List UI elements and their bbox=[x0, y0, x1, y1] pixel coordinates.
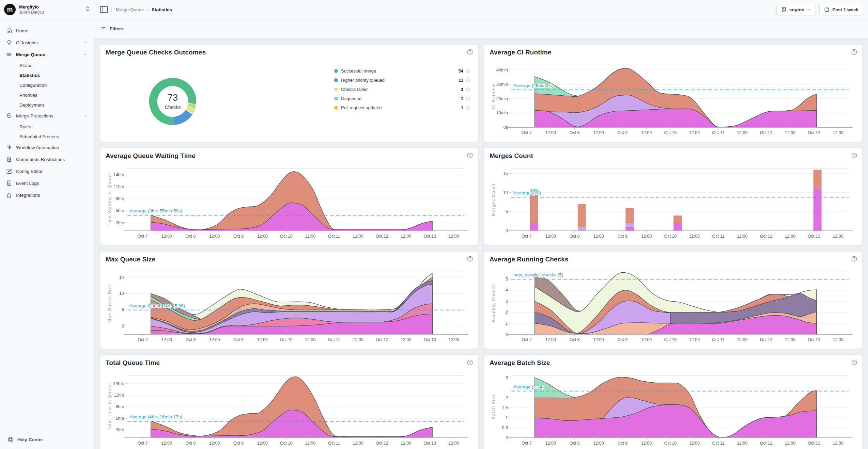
outcomes-donut-chart[interactable]: 73Checks bbox=[147, 76, 198, 127]
breadcrumb-parent[interactable]: Merge Queue bbox=[116, 7, 144, 12]
legend-label: Dequeued bbox=[341, 96, 461, 101]
svg-text:12:00: 12:00 bbox=[161, 234, 172, 239]
sidebar-subitem-status[interactable]: Status bbox=[3, 61, 91, 70]
sidebar-subitem-scheduled-freezes[interactable]: Scheduled Freezes bbox=[3, 132, 91, 141]
org-switcher[interactable]: m Mergifyio Julien Danjou bbox=[0, 0, 94, 19]
help-icon[interactable] bbox=[467, 359, 473, 366]
repository-select-button[interactable]: engine bbox=[776, 4, 816, 15]
svg-text:Batch Size: Batch Size bbox=[491, 394, 496, 419]
info-icon[interactable] bbox=[466, 96, 470, 101]
svg-text:1: 1 bbox=[506, 321, 508, 326]
help-icon[interactable] bbox=[851, 152, 857, 159]
legend-item-dequeued[interactable]: Dequeued1 bbox=[334, 94, 470, 103]
card-title: Average Running Checks bbox=[490, 256, 569, 263]
chevron-up-icon bbox=[83, 113, 88, 118]
sidebar-nav: HomeCI InsightsMerge QueueStatusStatisti… bbox=[0, 19, 94, 200]
svg-text:Checks: Checks bbox=[165, 105, 181, 110]
help-icon[interactable] bbox=[851, 359, 857, 366]
sidebar-subitem-statistics[interactable]: Statistics bbox=[3, 71, 91, 80]
total-queue-time-chart[interactable]: 2hrs5hrs8hrs11hrs14hrsOct 712:00Oct 812:… bbox=[106, 371, 472, 449]
svg-text:Oct 12: Oct 12 bbox=[760, 337, 773, 342]
svg-text:12:00: 12:00 bbox=[353, 441, 363, 446]
sidebar-item-home[interactable]: Home bbox=[3, 26, 91, 36]
legend-item-successful-merge[interactable]: Successful merge54 bbox=[334, 66, 470, 76]
org-name: Mergifyio bbox=[19, 4, 82, 10]
legend-dot bbox=[334, 69, 338, 73]
merges-count-chart[interactable]: 051015Oct 712:00Oct 812:00Oct 912:00Oct … bbox=[490, 164, 857, 242]
sidebar-subitem-rules[interactable]: Rules bbox=[3, 123, 91, 131]
org-user: Julien Danjou bbox=[19, 10, 82, 15]
help-icon[interactable] bbox=[467, 152, 473, 159]
card-merges-count: Merges Count 051015Oct 712:00Oct 812:00O… bbox=[484, 148, 863, 245]
sidebar-item-commands-restrictions[interactable]: Commands Restrictions bbox=[3, 154, 91, 164]
card-title: Merge Queue Checks Outcomes bbox=[106, 49, 206, 56]
svg-text:12:00: 12:00 bbox=[401, 337, 411, 342]
sidebar-item-integrations[interactable]: Integrations bbox=[3, 190, 91, 200]
sidebar-item-config-editor[interactable]: Config Editor bbox=[3, 166, 91, 176]
batch-size-chart[interactable]: 00.511.523Oct 712:00Oct 812:00Oct 912:00… bbox=[490, 371, 857, 449]
filters-button[interactable]: Filters bbox=[110, 26, 124, 31]
sidebar-toggle-icon[interactable] bbox=[99, 5, 109, 14]
svg-text:Oct 9: Oct 9 bbox=[617, 441, 627, 446]
svg-text:12:00: 12:00 bbox=[448, 234, 459, 239]
sidebar-subitem-priorities[interactable]: Priorities bbox=[3, 91, 91, 99]
svg-text:Average (4hrs 16min 17s): Average (4hrs 16min 17s) bbox=[129, 414, 182, 419]
svg-text:11hrs: 11hrs bbox=[114, 185, 124, 189]
sidebar-item-label: CI Insights bbox=[16, 40, 79, 45]
svg-text:3: 3 bbox=[506, 375, 508, 380]
svg-text:0: 0 bbox=[506, 332, 508, 337]
sidebar-item-event-logs[interactable]: Event Logs bbox=[3, 178, 91, 188]
running-checks-chart[interactable]: 012345Oct 712:00Oct 812:00Oct 912:00Oct … bbox=[490, 267, 857, 346]
svg-text:10: 10 bbox=[119, 291, 124, 296]
svg-text:Oct 11: Oct 11 bbox=[328, 234, 340, 239]
breadcrumb-separator: › bbox=[147, 7, 149, 12]
legend-item-higher-priority-queued[interactable]: Higher priority queued11 bbox=[334, 76, 470, 85]
legend-label: Checks failed bbox=[341, 87, 461, 92]
svg-text:12:00: 12:00 bbox=[689, 441, 700, 446]
svg-text:Oct 12: Oct 12 bbox=[376, 337, 388, 342]
legend-item-checks-failed[interactable]: Checks failed3 bbox=[334, 85, 470, 94]
info-icon[interactable] bbox=[466, 106, 470, 110]
sidebar-item-workflow-automation[interactable]: Workflow Automation bbox=[3, 142, 91, 153]
svg-text:Oct 12: Oct 12 bbox=[376, 441, 388, 446]
help-center-link[interactable]: Help Center bbox=[7, 436, 43, 443]
svg-text:Oct 7: Oct 7 bbox=[522, 130, 532, 135]
svg-text:Oct 11: Oct 11 bbox=[712, 234, 725, 239]
svg-text:12:00: 12:00 bbox=[353, 337, 363, 342]
info-icon[interactable] bbox=[466, 78, 470, 82]
card-total-queue-time: Total Queue Time 2hrs5hrs8hrs11hrs14hrsO… bbox=[100, 355, 478, 449]
legend-item-pull-request-updated[interactable]: Pull request updated1 bbox=[334, 103, 470, 112]
max-queue-size-chart[interactable]: 261014Oct 712:00Oct 812:00Oct 912:00Oct … bbox=[106, 267, 472, 346]
legend-label: Higher priority queued bbox=[341, 78, 459, 83]
svg-text:12:00: 12:00 bbox=[305, 441, 315, 446]
info-icon[interactable] bbox=[466, 69, 470, 73]
chevron-updown-icon[interactable] bbox=[85, 6, 90, 13]
sidebar-item-ci-insights[interactable]: CI Insights bbox=[3, 37, 91, 48]
svg-text:Average (26min 9s): Average (26min 9s) bbox=[513, 83, 554, 88]
queue-waiting-time-chart[interactable]: 2hrs5hrs8hrs11hrs14hrsOct 712:00Oct 812:… bbox=[106, 164, 472, 242]
svg-text:Average (3hrs 55min 59s): Average (3hrs 55min 59s) bbox=[129, 208, 182, 213]
svg-text:Oct 12: Oct 12 bbox=[760, 234, 773, 239]
help-icon[interactable] bbox=[851, 49, 857, 55]
svg-text:Oct 12: Oct 12 bbox=[376, 234, 388, 239]
sidebar-item-merge-queue[interactable]: Merge Queue bbox=[3, 49, 91, 60]
info-icon[interactable] bbox=[466, 87, 470, 92]
svg-text:Oct 11: Oct 11 bbox=[712, 337, 725, 342]
sidebar-item-label: Config Editor bbox=[16, 169, 88, 174]
ci-runtime-chart[interactable]: 0s10min20min30min40minOct 712:00Oct 812:… bbox=[490, 60, 857, 139]
help-icon[interactable] bbox=[851, 256, 857, 262]
svg-text:12:00: 12:00 bbox=[785, 337, 795, 342]
svg-text:Oct 12: Oct 12 bbox=[760, 130, 773, 135]
svg-text:40min: 40min bbox=[496, 68, 508, 73]
sidebar-subitem-configuration[interactable]: Configuration bbox=[3, 81, 91, 90]
sidebar-item-label: Event Logs bbox=[16, 181, 88, 186]
help-icon[interactable] bbox=[467, 49, 473, 55]
help-icon[interactable] bbox=[467, 256, 473, 262]
time-range-button[interactable]: Past 1 week bbox=[819, 4, 863, 15]
sidebar-subitem-deployment[interactable]: Deployment bbox=[3, 101, 91, 109]
svg-text:12:00: 12:00 bbox=[593, 234, 604, 239]
queue-icon bbox=[6, 51, 12, 58]
svg-text:Oct 13: Oct 13 bbox=[808, 130, 820, 135]
svg-text:1.5: 1.5 bbox=[502, 405, 508, 410]
sidebar-item-merge-protections[interactable]: Merge Protections bbox=[3, 111, 91, 121]
